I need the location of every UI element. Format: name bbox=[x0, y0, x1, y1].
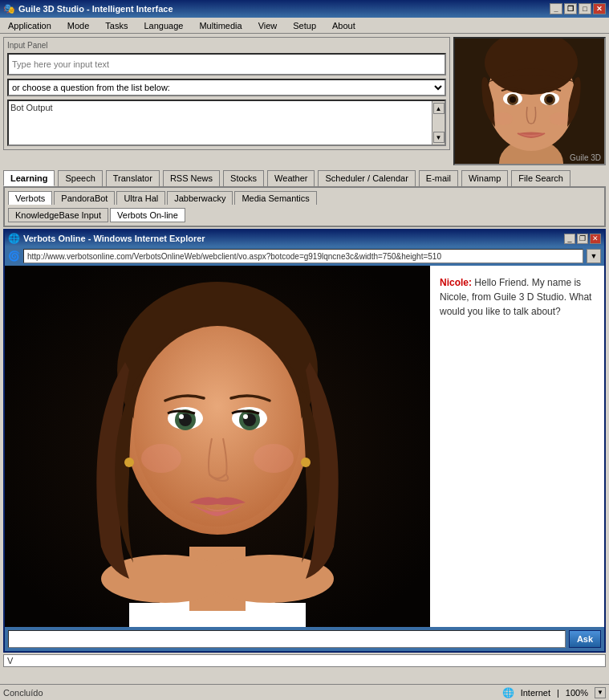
browser-window-title: Verbots Online - Windows Internet Explor… bbox=[23, 234, 205, 243]
tab-filesearch[interactable]: File Search bbox=[511, 170, 570, 186]
menu-setup[interactable]: Setup bbox=[288, 19, 321, 32]
status-bar: Concluído 🌐 Internet | 100% ▼ bbox=[0, 684, 609, 700]
ask-button[interactable]: Ask bbox=[569, 630, 601, 648]
tab-scheduler[interactable]: Scheduler / Calendar bbox=[318, 170, 415, 186]
main-tabs: Learning Speech Translator RSS News Stoc… bbox=[0, 169, 609, 186]
title-bar: 🎭 Guile 3D Studio - Intelligent Interfac… bbox=[0, 0, 609, 18]
status-text: Concluído bbox=[3, 688, 502, 698]
chevron-down-icon: ▼ bbox=[591, 252, 598, 260]
menu-application[interactable]: Application bbox=[3, 19, 56, 32]
svg-point-30 bbox=[254, 444, 294, 473]
svg-point-8 bbox=[510, 96, 516, 103]
cursor-indicator: V bbox=[7, 656, 13, 665]
svg-point-20 bbox=[133, 326, 302, 527]
menu-multimedia[interactable]: Multimedia bbox=[194, 19, 246, 32]
browser-minimize-button[interactable]: _ bbox=[564, 234, 575, 244]
menu-mode[interactable]: Mode bbox=[63, 19, 95, 32]
internet-zone-label: Internet bbox=[521, 688, 550, 698]
subtab2-knowledgebase[interactable]: KnowledgeBase Input bbox=[8, 208, 108, 222]
page-icon: 🌀 bbox=[8, 250, 20, 262]
tab-speech[interactable]: Speech bbox=[58, 170, 102, 186]
svg-point-10 bbox=[493, 112, 513, 125]
question-select[interactable]: or choose a question from the list below… bbox=[7, 79, 446, 96]
tab-translator[interactable]: Translator bbox=[106, 170, 160, 186]
nicole-chat-text: Nicole: Hello Friend. My name is Nicole,… bbox=[440, 275, 595, 319]
input-panel-title: Input Panel bbox=[7, 41, 446, 50]
menu-view[interactable]: View bbox=[254, 19, 282, 32]
avatar-thumbnail-label: Guile 3D bbox=[570, 153, 601, 162]
bot-output-box: Bot Output ▲ ▼ bbox=[7, 100, 446, 146]
maximize-button[interactable]: □ bbox=[579, 3, 591, 14]
zone-icon: 🌐 bbox=[502, 687, 514, 698]
zoom-dropdown-button[interactable]: ▼ bbox=[595, 687, 606, 698]
svg-point-11 bbox=[550, 112, 569, 125]
main-container: Input Panel or choose a question from th… bbox=[0, 34, 609, 169]
left-panel: Input Panel or choose a question from th… bbox=[3, 37, 450, 165]
browser-title-left: 🌐 Verbots Online - Windows Internet Expl… bbox=[8, 233, 205, 244]
tab-weather[interactable]: Weather bbox=[267, 170, 315, 186]
restore-button[interactable]: ❐ bbox=[564, 3, 577, 14]
menu-bar: Application Mode Tasks Language Multimed… bbox=[0, 18, 609, 34]
tab-email[interactable]: E-mail bbox=[419, 170, 458, 186]
bot-output-label: Bot Output bbox=[10, 103, 53, 112]
subtab-ultrahal[interactable]: Ultra Hal bbox=[116, 191, 165, 205]
menu-tasks[interactable]: Tasks bbox=[100, 19, 132, 32]
title-bar-left: 🎭 Guile 3D Studio - Intelligent Interfac… bbox=[3, 3, 173, 14]
svg-point-29 bbox=[141, 444, 181, 473]
browser-address-bar: 🌀 ▼ bbox=[5, 246, 604, 266]
nicole-name: Nicole: bbox=[440, 277, 472, 288]
separator: | bbox=[557, 688, 559, 698]
browser-close-button[interactable]: ✕ bbox=[590, 234, 601, 244]
nicole-avatar-svg bbox=[5, 266, 430, 627]
browser-controls: _ ❐ ✕ bbox=[564, 234, 601, 244]
ie-icon: 🌐 bbox=[8, 233, 20, 244]
subtab-verbots[interactable]: Verbots bbox=[8, 191, 52, 205]
sub-tabs-container: Verbots PandoraBot Ultra Hal Jabberwacky… bbox=[3, 186, 606, 227]
minimize-button[interactable]: _ bbox=[550, 3, 562, 14]
menu-language[interactable]: Language bbox=[139, 19, 188, 32]
text-input[interactable] bbox=[7, 53, 446, 75]
browser-input-bar: Ask bbox=[5, 627, 604, 651]
sub-tabs-row1: Verbots PandoraBot Ultra Hal Jabberwacky… bbox=[8, 191, 601, 205]
browser-chat-input[interactable] bbox=[8, 630, 566, 648]
zoom-label: 100% bbox=[566, 688, 588, 698]
address-dropdown-button[interactable]: ▼ bbox=[587, 249, 601, 263]
cursor-line: V bbox=[3, 654, 606, 667]
title-bar-controls: _ ❐ □ ✕ bbox=[550, 3, 606, 14]
tab-learning[interactable]: Learning bbox=[3, 170, 55, 186]
tab-stocks[interactable]: Stocks bbox=[223, 170, 264, 186]
scroll-down-arrow[interactable]: ▼ bbox=[433, 132, 445, 143]
subtab2-verbotsonline[interactable]: Verbots On-line bbox=[110, 208, 185, 222]
subtab-jabberwacky[interactable]: Jabberwacky bbox=[167, 191, 233, 205]
address-input[interactable] bbox=[23, 249, 583, 263]
avatar-thumbnail-panel: Guile 3D bbox=[453, 37, 606, 165]
svg-point-24 bbox=[179, 414, 184, 419]
menu-about[interactable]: About bbox=[327, 19, 360, 32]
avatar-thumbnail-svg bbox=[455, 39, 606, 165]
svg-point-28 bbox=[243, 414, 248, 419]
input-panel: Input Panel or choose a question from th… bbox=[3, 37, 450, 150]
nicole-chat-panel: Nicole: Hello Friend. My name is Nicole,… bbox=[430, 266, 604, 627]
svg-point-32 bbox=[301, 458, 311, 467]
question-select-row: or choose a question from the list below… bbox=[7, 79, 446, 96]
subtab-mediasemantics[interactable]: Media Semantics bbox=[234, 191, 316, 205]
close-button[interactable]: ✕ bbox=[593, 3, 606, 14]
browser-window: 🌐 Verbots Online - Windows Internet Expl… bbox=[3, 229, 606, 653]
app-icon: 🎭 bbox=[3, 3, 15, 14]
svg-point-9 bbox=[546, 96, 553, 103]
subtab-pandorabot[interactable]: PandoraBot bbox=[54, 191, 115, 205]
browser-title-bar: 🌐 Verbots Online - Windows Internet Expl… bbox=[5, 230, 604, 246]
browser-restore-button[interactable]: ❐ bbox=[577, 234, 588, 244]
avatar-large bbox=[5, 266, 430, 627]
title-bar-title: Guile 3D Studio - Intelligent Interface bbox=[18, 4, 173, 14]
scroll-up-arrow[interactable]: ▲ bbox=[433, 103, 445, 114]
tab-winamp[interactable]: Winamp bbox=[461, 170, 508, 186]
browser-content: Nicole: Hello Friend. My name is Nicole,… bbox=[5, 266, 604, 627]
sub-tabs-row2: KnowledgeBase Input Verbots On-line bbox=[8, 208, 601, 222]
svg-point-31 bbox=[124, 458, 134, 467]
tab-rssnews[interactable]: RSS News bbox=[163, 170, 220, 186]
